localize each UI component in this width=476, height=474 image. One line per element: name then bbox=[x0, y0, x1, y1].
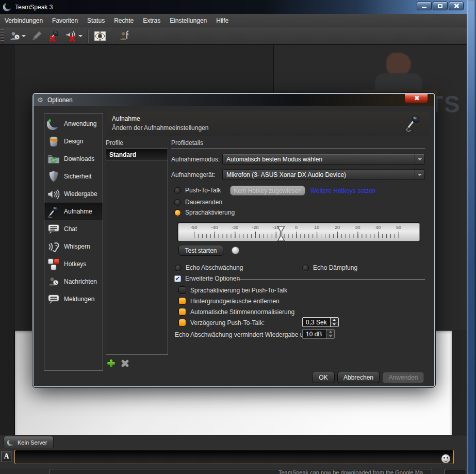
menu-rechte[interactable]: Rechte bbox=[109, 14, 138, 27]
spin-down-icon[interactable] bbox=[331, 322, 338, 326]
slider-scale: -50 -40 -30 -20 -10 0 10 20 30 40 50 bbox=[194, 225, 399, 239]
echo-wiedergabe-label: Echo Abschwächung vermindert Wiedergabe … bbox=[175, 331, 310, 338]
radio-sprachaktivierung-label: Sprachaktivierung bbox=[185, 209, 235, 216]
maximize-icon[interactable] bbox=[433, 2, 448, 10]
header-title: Aufnahme bbox=[112, 115, 424, 122]
menu-einstellungen[interactable]: Einstellungen bbox=[165, 14, 211, 27]
microphone-icon bbox=[404, 115, 422, 133]
test-start-button[interactable]: Test starten bbox=[178, 245, 223, 256]
sidebar-item-aufnahme[interactable]: Aufnahme bbox=[44, 203, 103, 220]
checkbox-hintergrundgeraeusche[interactable] bbox=[178, 297, 186, 305]
mute-microphone-icon[interactable] bbox=[45, 28, 63, 44]
profile-list[interactable]: Standard bbox=[106, 149, 168, 355]
server-tab-label: Kein Server bbox=[18, 439, 47, 446]
delete-profile-icon[interactable] bbox=[121, 359, 129, 368]
sidebar-item-design[interactable]: Design bbox=[44, 133, 103, 150]
radio-dauersenden[interactable] bbox=[174, 199, 181, 206]
capture-device-combobox[interactable]: Mikrofon (3- ASUS Xonar DX Audio Device) bbox=[222, 169, 425, 180]
checkbox-va-bei-ptt[interactable] bbox=[178, 286, 186, 294]
chevron-down-icon bbox=[415, 154, 424, 164]
sidebar-item-chat[interactable]: Chat bbox=[44, 220, 103, 238]
text-format-button[interactable]: A bbox=[2, 451, 11, 462]
sidebar-item-sicherheit[interactable]: Sicherheit bbox=[44, 168, 103, 185]
radio-dauersenden-label: Dauersenden bbox=[185, 199, 222, 206]
sidebar-item-downloads[interactable]: Downloads bbox=[44, 150, 103, 168]
advanced-divider bbox=[237, 279, 425, 280]
contacts-icon[interactable] bbox=[91, 28, 109, 44]
microphone-icon bbox=[46, 205, 60, 219]
dialog-close-button[interactable] bbox=[404, 94, 428, 103]
voice-level-indicator bbox=[232, 247, 239, 254]
voice-activation-slider[interactable]: -50 -40 -30 -20 -10 0 10 20 30 40 50 bbox=[178, 223, 420, 241]
close-icon[interactable] bbox=[449, 2, 464, 10]
menu-favoriten[interactable]: Favoriten bbox=[47, 14, 83, 27]
server-tab-bar: Kein Server bbox=[0, 435, 467, 448]
sidebar-item-meldungen[interactable]: Meldungen bbox=[44, 290, 103, 308]
more-hotkeys-link[interactable]: Weitere Hotkeys setzen bbox=[310, 187, 376, 194]
mute-speakers-icon[interactable] bbox=[63, 28, 80, 44]
teamspeak-logo-icon bbox=[7, 439, 14, 446]
dialog-titlebar[interactable]: Optionen bbox=[34, 94, 434, 106]
emoticon-icon[interactable] bbox=[441, 454, 450, 463]
menu-status[interactable]: Status bbox=[83, 14, 109, 27]
slider-handle[interactable] bbox=[277, 225, 285, 242]
away-status-icon[interactable] bbox=[6, 28, 24, 44]
server-tab[interactable]: Kein Server bbox=[4, 436, 54, 449]
header-subtitle: Ändern der Aufnahmeeinstellungen bbox=[112, 124, 424, 132]
hotkey-assign-button[interactable]: Kein Hotkey zugewiesen bbox=[230, 186, 305, 195]
chevron-down-icon bbox=[415, 170, 424, 179]
paint-bucket-icon bbox=[46, 135, 60, 149]
sidebar-item-wiedergabe[interactable]: Wiedergabe bbox=[44, 185, 103, 203]
sidebar-item-anwendung[interactable]: Anwendung bbox=[44, 115, 103, 133]
teamspeak-window: TeamSpeak 3 Verbindungen Favoriten Statu… bbox=[0, 0, 476, 474]
shield-icon bbox=[46, 170, 60, 184]
spin-up-icon bbox=[326, 330, 334, 334]
sidebar-item-whispern[interactable]: Whispern bbox=[44, 238, 103, 255]
cancel-button[interactable]: Abbrechen bbox=[337, 372, 380, 383]
options-dialog: Optionen Aufnahme Ändern der Aufnahmeein… bbox=[32, 93, 435, 387]
hintergrundgeraeusche-label: Hintergrundgeräusche entfernen bbox=[190, 298, 280, 305]
minimize-icon[interactable] bbox=[417, 2, 432, 10]
toolbar-grip[interactable] bbox=[1, 29, 4, 43]
menu-hilfe[interactable]: Hilfe bbox=[211, 14, 233, 27]
profile-item-standard[interactable]: Standard bbox=[106, 149, 168, 161]
echo-abschwaechung-label: Echo Abschwächung bbox=[186, 264, 243, 271]
desktop-edge bbox=[467, 0, 476, 474]
edit-avatar-icon[interactable] bbox=[28, 28, 45, 44]
capture-mode-label: Aufnahmemodus: bbox=[171, 156, 218, 163]
add-profile-icon[interactable] bbox=[107, 359, 116, 368]
checkbox-verzoegerung-ptt[interactable] bbox=[178, 319, 186, 326]
radio-push-to-talk-label: Push-To-Talk bbox=[185, 187, 221, 194]
chat-input[interactable] bbox=[14, 450, 454, 464]
sidebar-item-hotkeys[interactable]: Hotkeys bbox=[44, 255, 103, 273]
checkbox-echo-abschwaechung[interactable] bbox=[175, 265, 182, 271]
left-strip bbox=[0, 45, 14, 435]
dialog-title: Optionen bbox=[47, 96, 73, 104]
dialog-sidebar: Anwendung Design Downloads Sicherheit bbox=[44, 113, 103, 371]
sidebar-item-nachrichten[interactable]: Nachrichten bbox=[44, 273, 103, 290]
spin-up-icon[interactable] bbox=[331, 318, 338, 322]
permissions-icon[interactable] bbox=[116, 28, 133, 44]
ok-button[interactable]: OK bbox=[312, 372, 335, 383]
echo-daempfung-label: Echo Dämpfung bbox=[313, 264, 357, 271]
apply-button: Anwenden bbox=[383, 372, 424, 383]
away-dropdown-icon[interactable] bbox=[22, 35, 26, 37]
downloads-icon bbox=[46, 152, 60, 166]
message-bubble-icon bbox=[46, 292, 60, 306]
notification-button[interactable] bbox=[445, 469, 466, 474]
window-titlebar[interactable]: TeamSpeak 3 bbox=[0, 0, 476, 14]
checkbox-echo-daempfung[interactable] bbox=[302, 265, 309, 271]
capture-mode-combobox[interactable]: Automatisch besten Modus wählen bbox=[222, 154, 425, 165]
radio-push-to-talk[interactable] bbox=[174, 187, 181, 194]
mute-speakers-dropdown-icon[interactable] bbox=[78, 35, 83, 37]
ear-icon bbox=[46, 240, 60, 254]
toolbar-separator bbox=[112, 29, 112, 43]
checkbox-erweiterte-optionen[interactable] bbox=[174, 275, 181, 282]
menu-verbindungen[interactable]: Verbindungen bbox=[0, 14, 47, 27]
ptt-delay-spinner[interactable]: 0,3 Sek bbox=[302, 317, 339, 327]
details-divider bbox=[171, 149, 425, 149]
radio-sprachaktivierung[interactable] bbox=[174, 209, 181, 216]
menu-extras[interactable]: Extras bbox=[138, 14, 165, 27]
checkbox-stimmennormalisierung[interactable] bbox=[178, 308, 186, 316]
keys-icon bbox=[46, 257, 60, 271]
